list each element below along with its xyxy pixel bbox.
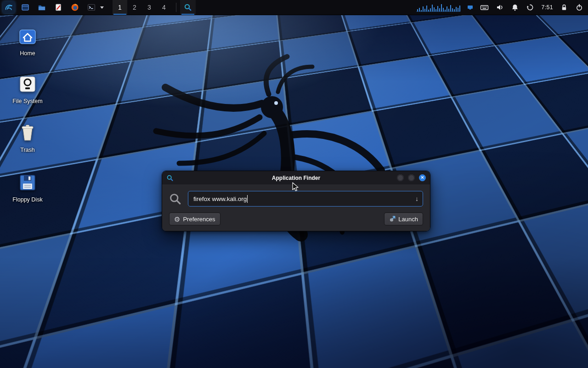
- workspace-switcher: 1 2 3 4: [113, 0, 171, 15]
- floppy-disk-icon: [19, 174, 36, 191]
- notifications-bell-icon: [511, 3, 519, 12]
- clock[interactable]: 7:51: [541, 4, 553, 11]
- update-icon: [526, 3, 534, 12]
- action-row: ⚙ Preferences Launch: [169, 213, 423, 225]
- firefox-button[interactable]: [69, 1, 81, 13]
- text-caret: [247, 195, 248, 203]
- preferences-button[interactable]: ⚙ Preferences: [169, 213, 220, 225]
- workspace-2-label: 2: [133, 4, 136, 11]
- workspace-4[interactable]: 4: [157, 0, 171, 15]
- desktop-icon-label: Trash: [20, 147, 35, 153]
- file-manager-icon: [37, 3, 46, 12]
- dropdown-arrow-icon[interactable]: ↓: [415, 195, 418, 202]
- keyboard-layout[interactable]: [480, 3, 489, 12]
- notifications[interactable]: [511, 3, 519, 12]
- chevron-down-icon: [100, 6, 104, 9]
- minimize-button[interactable]: [397, 174, 404, 181]
- terminal-icon: [87, 3, 96, 12]
- launch-label: Launch: [398, 216, 418, 223]
- home-icon: [18, 29, 37, 45]
- volume-icon: [496, 3, 504, 12]
- updates[interactable]: [526, 3, 534, 12]
- window-icon: [21, 3, 30, 12]
- application-finder-icon: [184, 3, 192, 12]
- workspace-1[interactable]: 1: [113, 0, 127, 15]
- desktop-screen: 1 2 3 4: [0, 0, 588, 368]
- text-editor-icon: [54, 3, 63, 12]
- desktop-icon-floppy-disk[interactable]: Floppy Disk: [6, 173, 50, 203]
- text-editor-button[interactable]: [52, 1, 64, 13]
- logout[interactable]: [575, 3, 583, 12]
- keyboard-icon: [480, 3, 489, 12]
- maximize-button[interactable]: [408, 174, 415, 181]
- volume-control[interactable]: [496, 3, 504, 12]
- search-icon: [169, 193, 181, 205]
- workspace-3-label: 3: [147, 4, 151, 11]
- workspace-2[interactable]: 2: [127, 0, 142, 15]
- desktop-icon-label: File System: [12, 98, 42, 104]
- window-launcher-button[interactable]: [19, 1, 31, 13]
- workspace-3[interactable]: 3: [142, 0, 157, 15]
- cpu-graph[interactable]: [416, 3, 460, 12]
- top-panel: 1 2 3 4: [0, 0, 588, 15]
- workspace-4-label: 4: [162, 4, 166, 11]
- search-row: firefox www.kali.org ↓: [169, 191, 423, 207]
- panel-launchers: [0, 0, 105, 15]
- launch-icon: [389, 216, 396, 222]
- trash-icon: [20, 123, 35, 142]
- network-icon: [467, 5, 473, 11]
- gear-icon: ⚙: [174, 216, 180, 223]
- window-title: Application Finder: [162, 175, 430, 181]
- workspace-1-label: 1: [118, 4, 122, 11]
- file-manager-button[interactable]: [36, 1, 48, 13]
- desktop-icon-label: Home: [20, 50, 35, 57]
- close-button[interactable]: ✕: [419, 174, 426, 181]
- file-system-icon: [19, 75, 36, 93]
- desktop-icon-trash[interactable]: Trash: [6, 123, 50, 153]
- kali-menu-icon: [4, 3, 13, 12]
- applications-menu-button[interactable]: [3, 1, 15, 13]
- window-controls: ✕: [397, 174, 426, 181]
- lock-icon: [560, 3, 568, 12]
- taskbar-application-finder[interactable]: [180, 0, 196, 15]
- terminal-button[interactable]: [85, 1, 97, 13]
- network-monitor[interactable]: [467, 5, 473, 11]
- desktop-icon-home[interactable]: Home: [6, 27, 50, 57]
- close-icon: ✕: [421, 176, 424, 180]
- application-finder-window: Application Finder ✕ firefox www.kali.or…: [162, 171, 430, 231]
- window-title-icon: [166, 174, 174, 182]
- terminal-dropdown-button[interactable]: [99, 1, 105, 13]
- search-input[interactable]: firefox www.kali.org ↓: [188, 191, 423, 207]
- cpu-graph-icon: [416, 3, 460, 12]
- preferences-label: Preferences: [183, 216, 215, 223]
- launch-button[interactable]: Launch: [384, 213, 423, 225]
- desktop-icon-file-system[interactable]: File System: [6, 75, 50, 104]
- search-input-value: firefox www.kali.org: [193, 196, 247, 202]
- panel-separator: [176, 3, 176, 12]
- system-tray: 7:51: [416, 0, 588, 15]
- mouse-cursor: [292, 182, 300, 192]
- desktop-icon-label: Floppy Disk: [12, 196, 42, 203]
- logout-icon: [575, 3, 583, 12]
- screen-lock[interactable]: [560, 3, 568, 12]
- firefox-icon: [70, 3, 79, 12]
